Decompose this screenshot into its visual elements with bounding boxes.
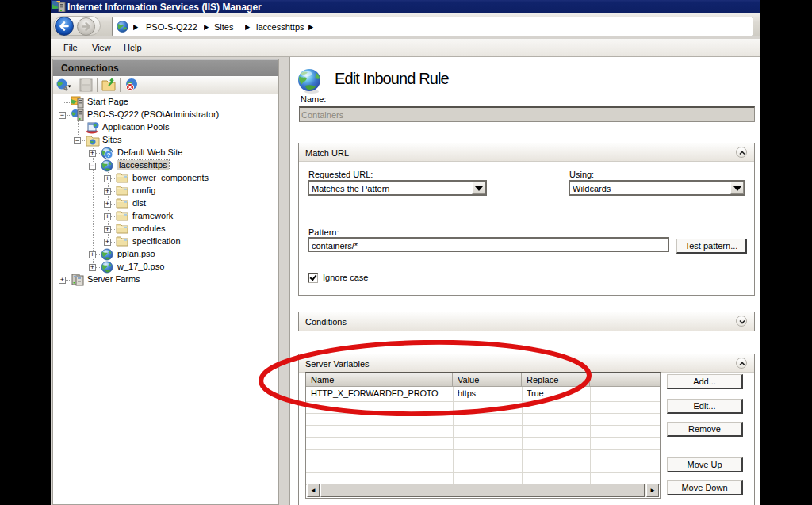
svg-text:?: ? bbox=[107, 151, 111, 159]
